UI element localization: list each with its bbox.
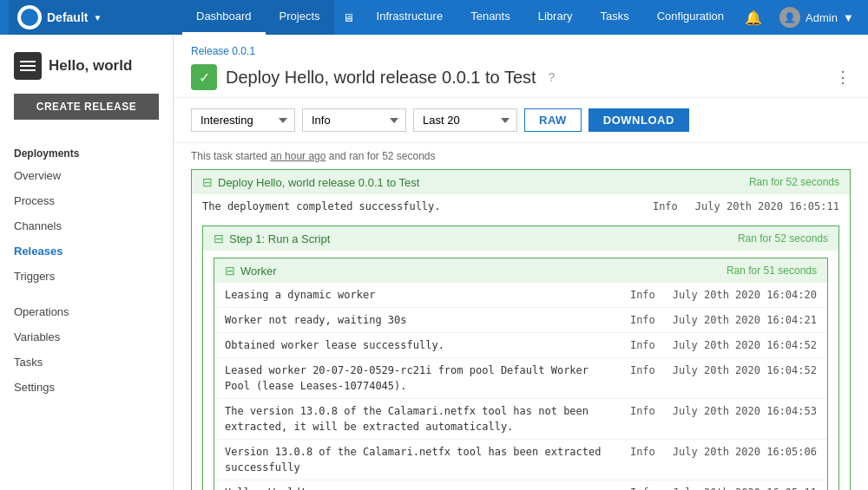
nav-right: 🔔 👤 Admin ▼ (738, 7, 861, 28)
project-icon (14, 52, 42, 80)
sidebar-project-header: Hello, world (0, 35, 173, 90)
check-icon: ✓ (199, 69, 210, 86)
nav-tasks[interactable]: Tasks (586, 0, 642, 35)
step1-collapse-icon[interactable]: ⊟ (214, 232, 224, 245)
log-entry: Obtained worker lease successfully. Info… (214, 332, 827, 357)
log-entries-worker: Leasing a dynamic worker Info July 20th … (214, 283, 827, 490)
log-section-worker-title: ⊟ Worker (225, 264, 277, 278)
create-release-button[interactable]: CREATE RELEASE (14, 94, 159, 120)
download-button[interactable]: DOWNLOAD (589, 108, 689, 132)
log-section-main-header: ⊟ Deploy Hello, world release 0.0.1 to T… (192, 170, 850, 194)
nav-library[interactable]: Library (524, 0, 587, 35)
log-section-collapse-icon[interactable]: ⊟ (202, 175, 213, 189)
help-icon[interactable]: ? (549, 70, 556, 84)
nav-infrastructure[interactable]: Infrastructure (363, 0, 457, 35)
info-select[interactable]: Info (302, 108, 406, 132)
deployment-header: Release 0.0.1 ✓ Deploy Hello, world rele… (174, 35, 868, 98)
layout: Hello, world CREATE RELEASE Deployments … (0, 35, 868, 490)
deployment-title: Deploy Hello, world release 0.0.1 to Tes… (226, 68, 536, 88)
main-inner: Release 0.0.1 ✓ Deploy Hello, world rele… (174, 35, 868, 490)
log-section-worker: ⊟ Worker Ran for 51 seconds Leasing a dy… (214, 258, 828, 490)
deployments-title: Deployments (0, 139, 173, 163)
task-started-text: This task started an hour ago and ran fo… (174, 143, 868, 169)
worker-collapse-icon[interactable]: ⊟ (225, 264, 235, 278)
brand-dropdown-icon: ▼ (93, 13, 102, 23)
log-level-select[interactable]: Interesting (191, 108, 295, 132)
log-entry: The deployment completed successfully. I… (192, 194, 850, 219)
log-entry: Leasing a dynamic worker Info July 20th … (214, 283, 827, 307)
avatar: 👤 (779, 7, 800, 28)
log-entry: The version 13.0.8 of the Calamari.netfx… (214, 398, 827, 439)
sidebar-item-overview[interactable]: Overview (0, 163, 173, 188)
brand-logo (17, 5, 42, 29)
main-content: Release 0.0.1 ✓ Deploy Hello, world rele… (174, 35, 868, 490)
sidebar-item-operations[interactable]: Operations (0, 299, 173, 324)
log-section-main-title: ⊟ Deploy Hello, world release 0.0.1 to T… (202, 175, 419, 189)
filter-bar: Interesting Info Last 20 RAW DOWNLOAD (174, 98, 868, 143)
log-section-main-duration: Ran for 52 seconds (749, 176, 839, 188)
deployments-section: Deployments Overview Process Channels Re… (0, 134, 173, 294)
last-select[interactable]: Last 20 (413, 108, 517, 132)
user-menu[interactable]: 👤 Admin ▼ (773, 7, 861, 28)
log-section-step1-header: ⊟ Step 1: Run a Script Ran for 52 second… (203, 226, 838, 251)
nav-monitor[interactable]: 🖥 (334, 0, 363, 35)
sidebar-item-channels[interactable]: Channels (0, 213, 173, 238)
log-section-step1-duration: Ran for 52 seconds (738, 232, 828, 245)
log-entry: Version 13.0.8 of the Calamari.netfx too… (214, 439, 827, 480)
nav-items: Dashboard Projects 🖥 Infrastructure Tena… (182, 0, 738, 35)
sidebar: Hello, world CREATE RELEASE Deployments … (0, 35, 174, 490)
raw-button[interactable]: RAW (524, 108, 582, 132)
success-badge: ✓ (191, 64, 217, 90)
other-section: Operations Variables Tasks Settings (0, 294, 173, 405)
monitor-icon: 🖥 (343, 11, 354, 24)
breadcrumb[interactable]: Release 0.0.1 (191, 45, 851, 57)
nav-dashboard[interactable]: Dashboard (182, 0, 266, 35)
nav-projects[interactable]: Projects (266, 0, 334, 35)
log-section-worker-duration: Ran for 51 seconds (727, 265, 817, 277)
notification-bell-icon[interactable]: 🔔 (738, 10, 769, 26)
log-entry: Worker not ready, waiting 30s Info July … (214, 307, 827, 332)
user-dropdown-icon: ▼ (843, 11, 854, 24)
log-entry: Leased worker 20-07-20-0529-rc21i from p… (214, 357, 827, 398)
sidebar-item-triggers[interactable]: Triggers (0, 264, 173, 289)
brand-area[interactable]: Default ▼ (9, 0, 182, 35)
more-options-icon[interactable]: ⋮ (835, 68, 851, 87)
log-section-worker-header: ⊟ Worker Ran for 51 seconds (214, 258, 827, 283)
log-entry: Hello, World! Info July 20th 2020 16:05:… (214, 480, 827, 490)
sidebar-item-settings[interactable]: Settings (0, 375, 173, 400)
log-section-step1: ⊟ Step 1: Run a Script Ran for 52 second… (202, 225, 839, 490)
sidebar-item-releases[interactable]: Releases (0, 238, 173, 264)
sidebar-item-variables[interactable]: Variables (0, 324, 173, 350)
sidebar-item-tasks[interactable]: Tasks (0, 350, 173, 375)
top-navigation: Default ▼ Dashboard Projects 🖥 Infrastru… (0, 0, 868, 35)
brand-name: Default (47, 10, 88, 24)
log-section-step1-title: ⊟ Step 1: Run a Script (214, 232, 330, 245)
sidebar-project-title: Hello, world (49, 57, 132, 75)
nav-configuration[interactable]: Configuration (643, 0, 738, 35)
log-section-main: ⊟ Deploy Hello, world release 0.0.1 to T… (191, 169, 851, 490)
deployment-title-row: ✓ Deploy Hello, world release 0.0.1 to T… (191, 64, 851, 90)
user-name: Admin (806, 11, 838, 24)
log-area: ⊟ Deploy Hello, world release 0.0.1 to T… (174, 169, 868, 490)
sidebar-item-process[interactable]: Process (0, 188, 173, 213)
log-entries-main: The deployment completed successfully. I… (192, 194, 850, 219)
nav-tenants[interactable]: Tenants (457, 0, 524, 35)
